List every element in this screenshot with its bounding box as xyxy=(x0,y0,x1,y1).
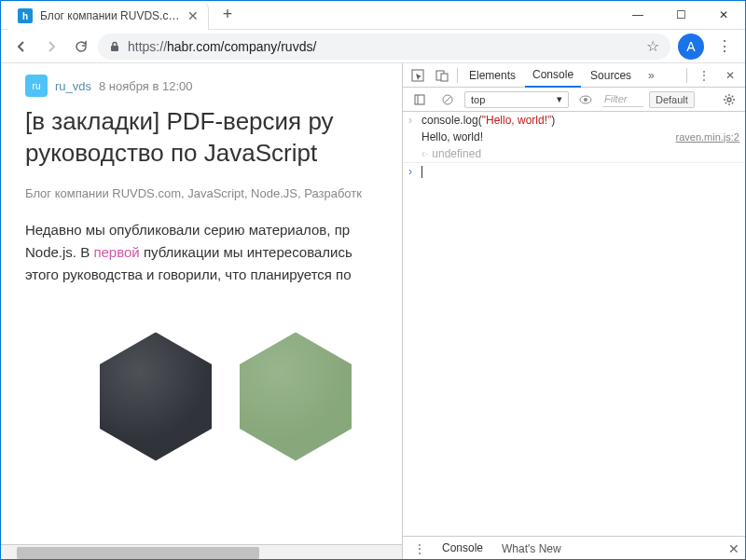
console-source-link[interactable]: raven.min.js:2 xyxy=(676,131,739,143)
tabs-overflow-button[interactable]: » xyxy=(642,69,660,82)
live-expression-icon[interactable] xyxy=(574,89,597,110)
minimize-button[interactable]: — xyxy=(616,1,659,29)
filter-input[interactable] xyxy=(602,92,643,107)
url-input[interactable]: https://habr.com/company/ruvds/ ☆ xyxy=(98,34,670,60)
page-heading[interactable]: [в закладки] PDF-версия ру руководство п… xyxy=(25,106,402,170)
console-toolbar: top ▾ Default xyxy=(403,88,745,112)
svg-rect-4 xyxy=(415,95,424,104)
profile-avatar[interactable]: A xyxy=(678,34,704,60)
return-chevron-icon: ‹· xyxy=(421,147,428,160)
devtools-menu-icon[interactable]: ⋮ xyxy=(693,65,715,86)
svg-rect-3 xyxy=(441,74,448,81)
text-cursor xyxy=(421,166,422,178)
tab-sources[interactable]: Sources xyxy=(583,63,639,88)
input-chevron-icon: › xyxy=(408,114,416,127)
svg-line-7 xyxy=(445,96,451,102)
author-icon: ru xyxy=(25,75,48,97)
svg-rect-0 xyxy=(111,46,118,51)
browser-tab[interactable]: h Блог компании RUVDS.com / Ха ✕ xyxy=(8,2,209,30)
body-link[interactable]: первой xyxy=(93,244,139,260)
favicon-icon: h xyxy=(18,8,33,23)
console-return: ‹·undefined xyxy=(403,145,745,162)
tab-elements[interactable]: Elements xyxy=(462,63,523,88)
svg-point-9 xyxy=(584,98,587,102)
titlebar: h Блог компании RUVDS.com / Ха ✕ + — ☐ ✕ xyxy=(1,1,745,30)
hex-green-icon xyxy=(240,333,352,461)
sidebar-toggle-icon[interactable] xyxy=(408,89,431,110)
page-content: ru ru_vds 8 ноября в 12:00 [в закладки] … xyxy=(1,63,402,560)
url-text: habr.com/company/ruvds/ xyxy=(167,39,316,54)
chevron-down-icon: ▾ xyxy=(557,93,562,105)
forward-button[interactable] xyxy=(38,34,64,60)
drawer-close-icon[interactable]: ✕ xyxy=(728,541,739,556)
console-log-line: Hello, world! raven.min.js:2 xyxy=(403,129,745,145)
address-bar: https://habr.com/company/ruvds/ ☆ A ⋮ xyxy=(1,30,745,63)
svg-point-10 xyxy=(727,98,731,102)
close-window-button[interactable]: ✕ xyxy=(702,1,745,29)
console-command: › console.log("Hello, world!") xyxy=(403,112,745,129)
devtools-drawer: ⋮ Console What's New ✕ xyxy=(403,536,745,560)
devtools-close-icon[interactable]: ✕ xyxy=(719,65,741,86)
console-output-text: Hello, world! xyxy=(408,130,483,143)
maximize-button[interactable]: ☐ xyxy=(659,1,702,29)
bookmark-icon[interactable]: ☆ xyxy=(646,37,659,55)
close-icon[interactable]: ✕ xyxy=(187,8,199,23)
devtools-panel: Elements Console Sources » ⋮ ✕ top ▾ xyxy=(402,63,745,560)
device-toggle-icon[interactable] xyxy=(431,65,453,86)
author-name[interactable]: ru_vds xyxy=(55,79,91,93)
console-output[interactable]: › console.log("Hello, world!") Hello, wo… xyxy=(403,112,745,536)
url-protocol: https xyxy=(128,39,156,54)
post-body: Недавно мы опубликовали серию материалов… xyxy=(25,219,402,286)
clear-console-icon[interactable] xyxy=(436,89,459,110)
log-levels-button[interactable]: Default xyxy=(649,91,695,108)
new-tab-button[interactable]: + xyxy=(214,1,241,27)
settings-icon[interactable] xyxy=(723,93,739,106)
back-button[interactable] xyxy=(8,34,35,60)
drawer-tab-whatsnew[interactable]: What's New xyxy=(494,537,569,561)
prompt-chevron-icon: › xyxy=(408,165,416,178)
lock-icon xyxy=(109,41,120,52)
scrollbar-thumb[interactable] xyxy=(17,547,259,559)
horizontal-scrollbar[interactable] xyxy=(1,544,402,560)
hex-illustration xyxy=(25,333,402,461)
author-row: ru ru_vds 8 ноября в 12:00 xyxy=(25,75,402,97)
drawer-menu-icon[interactable]: ⋮ xyxy=(408,539,431,559)
menu-button[interactable]: ⋮ xyxy=(711,34,738,60)
tab-console[interactable]: Console xyxy=(525,63,581,88)
content-area: ru ru_vds 8 ноября в 12:00 [в закладки] … xyxy=(1,63,745,560)
hex-dark-icon xyxy=(100,333,212,461)
post-tags[interactable]: Блог компании RUVDS.com, JavaScript, Nod… xyxy=(25,186,402,200)
devtools-tabbar: Elements Console Sources » ⋮ ✕ xyxy=(403,63,745,88)
tab-title: Блог компании RUVDS.com / Ха xyxy=(40,9,180,22)
context-selector[interactable]: top ▾ xyxy=(464,91,569,108)
post-date: 8 ноября в 12:00 xyxy=(99,79,193,93)
drawer-tab-console[interactable]: Console xyxy=(435,537,490,561)
reload-button[interactable] xyxy=(68,34,94,60)
console-prompt[interactable]: › xyxy=(403,162,745,180)
window-controls: — ☐ ✕ xyxy=(616,1,745,29)
inspect-icon[interactable] xyxy=(407,65,429,86)
